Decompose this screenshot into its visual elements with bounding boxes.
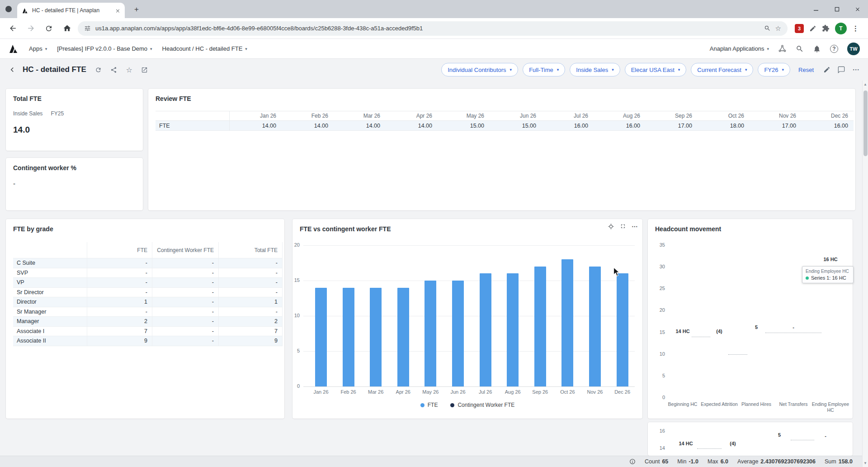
comment-icon[interactable] <box>836 65 846 75</box>
scroll-down-icon[interactable]: ▼ <box>863 461 868 465</box>
grade-cell[interactable]: 2 <box>87 317 152 327</box>
grade-cell[interactable]: - <box>152 307 219 317</box>
forward-icon[interactable] <box>24 21 38 36</box>
user-avatar[interactable]: TW <box>847 43 860 55</box>
review-fte-cell[interactable]: 14.00 <box>230 121 282 131</box>
grade-cell[interactable]: - <box>87 278 152 288</box>
fte-bar[interactable] <box>397 288 409 386</box>
grade-cell[interactable]: - <box>219 258 283 268</box>
filter-pill[interactable]: Full-Time▾ <box>523 63 565 76</box>
model-selector-dropdown[interactable]: [Presales] IFP v2.0.0 - Base Demo▾ <box>57 45 152 52</box>
window-minimize-icon[interactable] <box>806 0 826 18</box>
review-fte-cell[interactable]: 14.00 <box>386 121 438 131</box>
grade-cell[interactable]: - <box>219 307 283 317</box>
review-fte-cell[interactable]: 16.00 <box>542 121 594 131</box>
anaplan-logo-icon[interactable] <box>8 43 19 54</box>
fte-bar[interactable] <box>617 273 628 386</box>
page-selector-dropdown[interactable]: Headcount / HC - detailed FTE▾ <box>162 45 247 52</box>
grade-cell[interactable]: - <box>152 288 219 298</box>
grade-cell[interactable]: - <box>87 268 152 278</box>
window-maximize-icon[interactable] <box>826 0 847 18</box>
review-fte-cell[interactable]: 15.00 <box>490 121 542 131</box>
review-fte-cell[interactable]: 14.00 <box>334 121 386 131</box>
grade-cell[interactable]: 9 <box>219 336 283 346</box>
grade-cell[interactable]: - <box>219 268 283 278</box>
review-fte-cell[interactable]: 16.00 <box>594 121 646 131</box>
drill-target-icon[interactable] <box>608 223 614 230</box>
hub-icon[interactable] <box>778 44 787 53</box>
extensions-puzzle-icon[interactable] <box>822 24 830 32</box>
fte-bar[interactable] <box>370 288 382 386</box>
grade-cell[interactable]: 2 <box>219 317 283 327</box>
review-fte-cell[interactable]: 14.00 <box>282 121 334 131</box>
legend-item[interactable]: Contingent Worker FTE <box>450 402 514 408</box>
review-fte-cell[interactable]: 16.00 <box>802 121 854 131</box>
grade-cell[interactable]: - <box>87 258 152 268</box>
refresh-icon[interactable] <box>94 65 104 75</box>
grade-cell[interactable]: - <box>152 258 219 268</box>
scrollbar-thumb[interactable] <box>863 91 868 156</box>
grade-cell[interactable]: 7 <box>87 327 152 337</box>
page-scrollbar[interactable]: ▲ ▼ <box>862 81 868 467</box>
review-fte-cell[interactable]: 18.00 <box>698 121 750 131</box>
scroll-up-icon[interactable]: ▲ <box>863 82 868 86</box>
fte-bar[interactable] <box>315 288 327 386</box>
reload-icon[interactable] <box>42 21 56 36</box>
grade-cell[interactable]: 9 <box>87 336 152 346</box>
reset-button[interactable]: Reset <box>798 67 814 73</box>
fte-bar[interactable] <box>534 267 546 386</box>
browser-menu-icon[interactable]: ⋮ <box>852 24 859 33</box>
card-more-icon[interactable]: ⋯ <box>632 223 638 230</box>
review-fte-cell[interactable]: 15.00 <box>438 121 490 131</box>
grade-cell[interactable]: - <box>152 327 219 337</box>
grade-cell[interactable]: - <box>219 278 283 288</box>
fte-bar[interactable] <box>425 281 436 386</box>
fte-bar[interactable] <box>480 273 491 386</box>
filter-pill[interactable]: Individual Contributors▾ <box>441 63 518 76</box>
grade-cell[interactable]: 1 <box>87 297 152 307</box>
fte-bar[interactable] <box>452 281 464 386</box>
notifications-bell-icon[interactable] <box>813 45 821 53</box>
grade-cell[interactable]: - <box>87 307 152 317</box>
search-icon[interactable] <box>796 45 804 53</box>
fte-bar[interactable] <box>561 259 573 386</box>
site-settings-icon[interactable] <box>84 25 91 32</box>
grade-cell[interactable]: - <box>152 268 219 278</box>
pen-extension-icon[interactable] <box>809 25 816 32</box>
expand-icon[interactable] <box>620 223 626 229</box>
review-fte-cell[interactable]: 17.00 <box>646 121 698 131</box>
bookmark-star-icon[interactable]: ☆ <box>775 24 781 33</box>
url-bar[interactable]: us1a.app.anaplan.com/a/apps/app/a38f1edc… <box>78 21 788 36</box>
legend-item[interactable]: FTE <box>420 402 438 408</box>
grade-cell[interactable]: - <box>152 278 219 288</box>
open-board-icon[interactable] <box>140 65 150 75</box>
browser-tab[interactable]: HC - detailed FTE | Anaplan <box>17 3 125 18</box>
extension-badge-icon[interactable]: 3 <box>795 24 804 33</box>
grade-cell[interactable]: - <box>152 336 219 346</box>
grade-cell[interactable]: 7 <box>219 327 283 337</box>
window-close-icon[interactable] <box>847 0 868 18</box>
review-fte-cell[interactable]: 17.00 <box>750 121 802 131</box>
grade-cell[interactable]: - <box>152 297 219 307</box>
back-icon[interactable] <box>5 21 20 36</box>
home-icon[interactable] <box>60 21 74 36</box>
filter-pill[interactable]: Inside Sales▾ <box>570 63 620 76</box>
grade-cell[interactable]: 1 <box>219 297 283 307</box>
share-icon[interactable] <box>109 65 119 75</box>
fte-bar[interactable] <box>343 288 354 386</box>
tab-search-icon[interactable] <box>5 6 12 12</box>
page-back-icon[interactable] <box>7 65 17 75</box>
apps-dropdown[interactable]: Apps▾ <box>29 45 47 52</box>
browser-profile-avatar[interactable]: T <box>835 23 847 34</box>
filter-pill[interactable]: Elecar USA East▾ <box>625 63 687 76</box>
fte-bar[interactable] <box>589 267 601 386</box>
filter-pill[interactable]: FY26▾ <box>758 63 790 76</box>
grade-cell[interactable]: - <box>87 288 152 298</box>
fte-bar[interactable] <box>507 273 519 386</box>
favorite-star-icon[interactable]: ☆ <box>124 65 134 75</box>
help-icon[interactable]: ? <box>830 45 838 53</box>
filter-pill[interactable]: Current Forecast▾ <box>691 63 753 76</box>
grade-cell[interactable]: - <box>152 317 219 327</box>
tab-close-icon[interactable] <box>115 8 120 13</box>
anaplan-applications-dropdown[interactable]: Anaplan Applications▾ <box>710 45 769 52</box>
